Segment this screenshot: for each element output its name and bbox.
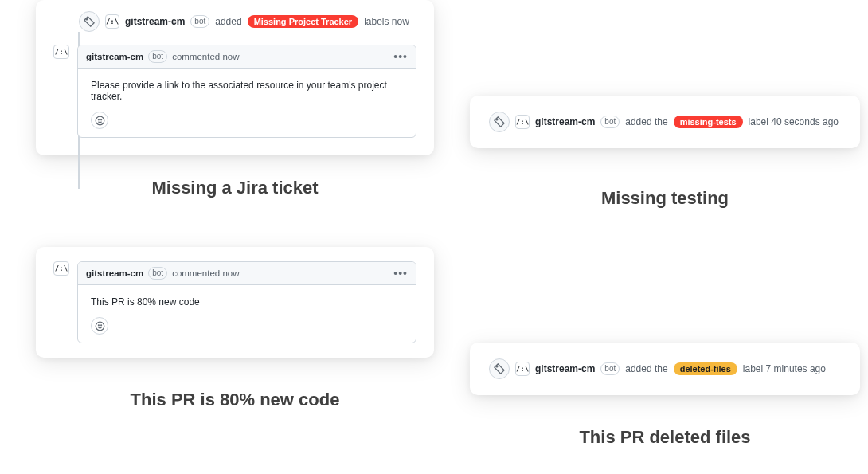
label-pill[interactable]: missing-tests bbox=[674, 116, 743, 128]
bot-badge: bot bbox=[600, 116, 620, 128]
comment-body: Please provide a link to the associated … bbox=[78, 69, 416, 137]
tag-icon bbox=[79, 11, 100, 32]
caption: This PR is 80% new code bbox=[131, 390, 340, 410]
svg-point-2 bbox=[98, 119, 99, 119]
comment-block: /:\ gitstream-cm bot commented now ••• P… bbox=[53, 45, 416, 138]
bot-badge: bot bbox=[600, 362, 620, 375]
kebab-menu-icon[interactable]: ••• bbox=[393, 268, 408, 279]
svg-point-3 bbox=[100, 119, 101, 119]
card-missing-jira: /:\ gitstream-cm bot added Missing Proje… bbox=[36, 0, 434, 155]
label-pill[interactable]: deleted-files bbox=[674, 362, 737, 375]
comment-body: This PR is 80% new code bbox=[78, 285, 416, 343]
svg-point-7 bbox=[100, 324, 101, 325]
card-new-code: /:\ gitstream-cm bot commented now ••• T… bbox=[36, 247, 434, 358]
tag-icon bbox=[489, 358, 510, 379]
action-text: added the bbox=[625, 363, 667, 374]
label-event-row: /:\ gitstream-cm bot added the missing-t… bbox=[489, 112, 841, 132]
svg-point-6 bbox=[98, 324, 99, 325]
card-deleted-files: /:\ gitstream-cm bot added the deleted-f… bbox=[470, 343, 860, 395]
actor-name[interactable]: gitstream-cm bbox=[86, 268, 143, 278]
svg-point-5 bbox=[96, 322, 104, 331]
avatar: /:\ bbox=[515, 362, 530, 376]
svg-point-0 bbox=[86, 18, 88, 20]
actor-name[interactable]: gitstream-cm bbox=[535, 363, 595, 374]
add-reaction-button[interactable] bbox=[91, 317, 108, 335]
caption: This PR deleted files bbox=[579, 427, 750, 448]
action-text: added the bbox=[625, 116, 667, 127]
bot-badge: bot bbox=[148, 267, 167, 280]
comment-text: Please provide a link to the associated … bbox=[91, 80, 403, 102]
caption: Missing testing bbox=[601, 188, 729, 209]
comment-block: /:\ gitstream-cm bot commented now ••• T… bbox=[53, 261, 416, 343]
bot-badge: bot bbox=[190, 15, 209, 28]
comment-text: This PR is 80% new code bbox=[91, 296, 403, 308]
actor-name[interactable]: gitstream-cm bbox=[125, 16, 185, 27]
label-event-row: /:\ gitstream-cm bot added Missing Proje… bbox=[53, 11, 416, 32]
comment-header: gitstream-cm bot commented now ••• bbox=[78, 45, 416, 69]
avatar: /:\ bbox=[53, 261, 69, 276]
comment-card: gitstream-cm bot commented now ••• This … bbox=[77, 261, 416, 343]
caption: Missing a Jira ticket bbox=[151, 178, 318, 198]
event-suffix: labels now bbox=[364, 16, 409, 27]
action-text: added bbox=[215, 16, 241, 27]
svg-point-1 bbox=[96, 116, 104, 125]
comment-card: gitstream-cm bot commented now ••• Pleas… bbox=[77, 45, 416, 138]
tag-icon bbox=[489, 112, 510, 132]
actor-name[interactable]: gitstream-cm bbox=[535, 116, 595, 127]
actor-name[interactable]: gitstream-cm bbox=[86, 52, 143, 61]
avatar: /:\ bbox=[53, 45, 69, 59]
svg-point-4 bbox=[496, 119, 498, 120]
add-reaction-button[interactable] bbox=[91, 112, 108, 129]
label-event-row: /:\ gitstream-cm bot added the deleted-f… bbox=[489, 358, 841, 379]
event-suffix: label 40 seconds ago bbox=[749, 116, 839, 127]
kebab-menu-icon[interactable]: ••• bbox=[393, 51, 408, 62]
svg-point-8 bbox=[496, 366, 498, 367]
card-missing-tests: /:\ gitstream-cm bot added the missing-t… bbox=[470, 96, 860, 148]
event-suffix: label 7 minutes ago bbox=[743, 363, 826, 374]
comment-meta: commented now bbox=[172, 52, 239, 61]
comment-meta: commented now bbox=[172, 268, 239, 278]
comment-header: gitstream-cm bot commented now ••• bbox=[78, 262, 416, 285]
bot-badge: bot bbox=[148, 50, 167, 63]
avatar: /:\ bbox=[515, 115, 530, 129]
avatar: /:\ bbox=[105, 14, 119, 29]
label-pill[interactable]: Missing Project Tracker bbox=[248, 15, 359, 28]
